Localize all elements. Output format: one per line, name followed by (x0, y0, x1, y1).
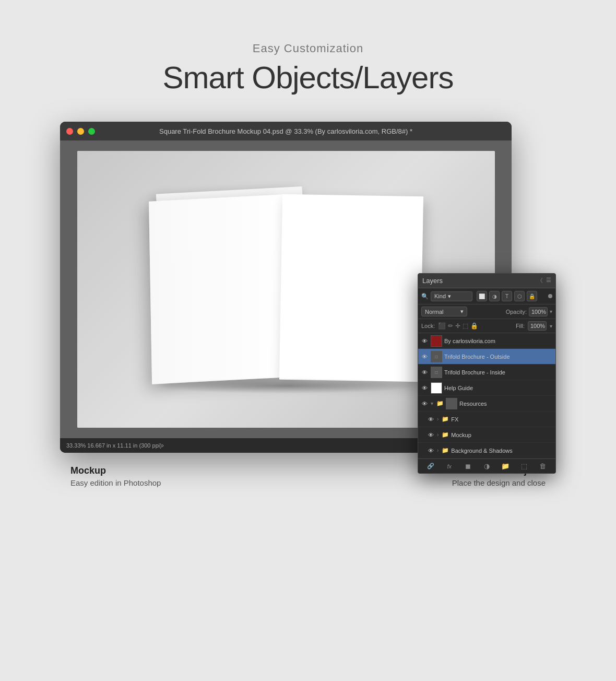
layer-name-outside: Trifold Brochure - Outside (444, 354, 553, 360)
layer-name-helpguide: Help Guide (444, 385, 553, 391)
layer-name-mockup: Mockup (451, 432, 553, 438)
layer-row-helpguide[interactable]: 👁 Help Guide (418, 380, 555, 396)
resources-expand-icon[interactable]: ▾ (431, 401, 433, 406)
resources-folder-icon: 📁 (436, 400, 444, 407)
eye-icon-resources[interactable]: 👁 (420, 400, 429, 408)
layer-name-inside: Trifold Brochure - Inside (444, 369, 553, 375)
minimize-button[interactable] (77, 128, 84, 135)
smartobj-label-sub: Place the design and close (452, 478, 546, 487)
main-content: Square Tri-Fold Brochure Mockup 04.psd @… (60, 122, 556, 453)
layer-fx-icon[interactable]: fx (444, 463, 455, 469)
opacity-chevron: ▾ (550, 309, 552, 314)
lock-artboard-icon[interactable]: ⬚ (463, 322, 468, 330)
eye-icon-carlosviloria[interactable]: 👁 (420, 337, 429, 345)
brochure-shadow (156, 378, 417, 394)
filter-adjust-icon[interactable]: ◑ (489, 291, 500, 301)
window-title: Square Tri-Fold Brochure Mockup 04.psd @… (159, 127, 412, 135)
layer-row-mockup[interactable]: 👁 › 📁 Mockup (418, 427, 555, 443)
eye-icon-fx[interactable]: 👁 (427, 415, 435, 424)
mockup-label-title: Mockup (70, 465, 161, 476)
kind-chevron: ▾ (448, 293, 451, 300)
kind-label: Kind (434, 293, 446, 299)
mockup-expand-icon[interactable]: › (437, 432, 439, 438)
lock-icons: ⬛ ✏ ✛ ⬚ 🔒 (438, 322, 478, 330)
label-left: Mockup Easy edition in Photoshop (70, 465, 161, 487)
page-subtitle: Easy Customization (163, 42, 454, 55)
lock-label: Lock: (421, 323, 435, 329)
bgshadows-expand-icon[interactable]: › (437, 448, 439, 453)
filter-toggle[interactable] (548, 294, 552, 298)
filter-pixel-icon[interactable]: ⬜ (477, 291, 487, 301)
header-section: Easy Customization Smart Objects/Layers (163, 42, 454, 96)
fx-folder-icon: 📁 (442, 416, 449, 422)
layer-thumb-carlosviloria (431, 335, 442, 347)
eye-icon-inside[interactable]: 👁 (420, 368, 429, 377)
layer-row-resources[interactable]: 👁 ▾ 📁 Resources (418, 396, 555, 412)
layer-row-inside[interactable]: 👁 ⬚ Trifold Brochure - Inside (418, 365, 555, 380)
layer-name-bgshadows: Background & Shadows (451, 448, 553, 454)
layers-footer: 🔗 fx ◼ ◑ 📁 ⬚ 🗑 (418, 459, 555, 473)
bgshadows-folder-icon: 📁 (442, 447, 449, 454)
eye-icon-mockup[interactable]: 👁 (427, 431, 435, 439)
layer-newlayer-icon[interactable]: ⬚ (519, 462, 529, 470)
layer-row-bgshadows[interactable]: 👁 › 📁 Background & Shadows (418, 443, 555, 459)
layer-adjust-icon[interactable]: ◑ (481, 462, 492, 470)
layer-row-carlosviloria[interactable]: 👁 By carlosviloria.com (418, 333, 555, 349)
mockup-folder-icon: 📁 (442, 431, 449, 438)
lock-move-icon[interactable]: ✛ (455, 322, 460, 330)
layers-panel: Layers 《 ☰ 🔍 Kind ▾ ⬜ ◑ T ⬡ 🔒 (418, 273, 556, 474)
lock-row: Lock: ⬛ ✏ ✛ ⬚ 🔒 Fill: 100% ▾ (418, 319, 555, 333)
brochure-container (135, 190, 437, 389)
blend-mode-value: Normal (425, 309, 443, 315)
layer-row-fx[interactable]: 👁 › 📁 FX (418, 412, 555, 427)
maximize-button[interactable] (88, 128, 95, 135)
layers-panel-header: Layers 《 ☰ (418, 274, 555, 288)
lock-brush-icon[interactable]: ✏ (448, 322, 453, 330)
ps-status-text: 33.33% 16.667 in x 11.11 in (300 ppi) (66, 442, 162, 449)
panel-menu-icon[interactable]: ☰ (546, 277, 551, 285)
eye-icon-outside[interactable]: 👁 (420, 353, 429, 361)
layer-row-outside[interactable]: 👁 ⬚ Trifold Brochure - Outside (418, 349, 555, 365)
filter-type-icon[interactable]: T (502, 291, 512, 301)
kind-dropdown[interactable]: Kind ▾ (431, 291, 472, 301)
fx-expand-icon[interactable]: › (437, 416, 439, 422)
ps-titlebar: Square Tri-Fold Brochure Mockup 04.psd @… (60, 122, 512, 140)
filter-smart-icon[interactable]: 🔒 (527, 291, 537, 301)
layer-thumb-resources (446, 398, 457, 409)
layer-name-resources: Resources (459, 401, 553, 407)
layers-filter-row: 🔍 Kind ▾ ⬜ ◑ T ⬡ 🔒 (418, 288, 555, 304)
lock-lock-icon[interactable]: 🔒 (470, 322, 478, 330)
fill-label: Fill: (516, 323, 525, 329)
filter-icons: ⬜ ◑ T ⬡ 🔒 (477, 291, 537, 301)
search-icon: 🔍 (421, 293, 429, 300)
blend-chevron: ▾ (460, 308, 464, 315)
opacity-label: Opacity: (506, 309, 527, 315)
close-button[interactable] (66, 128, 73, 135)
panel-header-icons: 《 ☰ (537, 277, 551, 285)
layer-thumb-inside: ⬚ (431, 367, 442, 378)
brochure-right-page (279, 194, 423, 382)
opacity-value[interactable]: 100% (529, 307, 548, 316)
blend-mode-dropdown[interactable]: Normal ▾ (421, 307, 467, 316)
brochure-left-page (149, 194, 288, 384)
eye-icon-helpguide[interactable]: 👁 (420, 384, 429, 392)
layer-thumb-outside: ⬚ (431, 351, 442, 362)
layer-name-fx: FX (451, 416, 553, 422)
layer-mask-icon[interactable]: ◼ (463, 462, 473, 470)
panel-collapse-icon[interactable]: 《 (537, 277, 543, 285)
layer-thumb-helpguide (431, 382, 442, 394)
mockup-label-sub: Easy edition in Photoshop (70, 478, 161, 487)
ps-status-chevron: › (162, 442, 164, 449)
lock-checkerboard-icon[interactable]: ⬛ (438, 322, 446, 330)
fill-value[interactable]: 100% (528, 321, 547, 331)
layer-name-carlosviloria: By carlosviloria.com (444, 338, 553, 344)
traffic-lights (66, 128, 95, 135)
blend-row: Normal ▾ Opacity: 100% ▾ (418, 304, 555, 319)
layer-delete-icon[interactable]: 🗑 (538, 462, 548, 470)
layer-link-icon[interactable]: 🔗 (425, 463, 436, 469)
fill-chevron: ▾ (550, 323, 552, 329)
layers-panel-title: Layers (422, 277, 443, 285)
layer-folder-icon[interactable]: 📁 (500, 462, 511, 470)
eye-icon-bgshadows[interactable]: 👁 (427, 447, 435, 455)
filter-shape-icon[interactable]: ⬡ (514, 291, 525, 301)
